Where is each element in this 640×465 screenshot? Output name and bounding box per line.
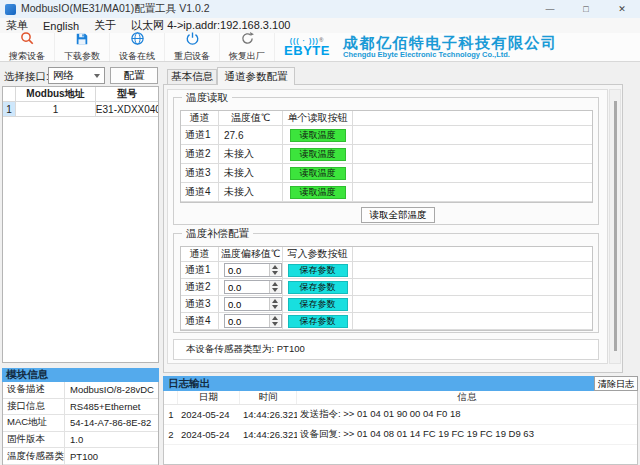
log-row-date: 2024-05-24 bbox=[178, 429, 240, 440]
row-filler bbox=[353, 262, 592, 278]
temp-read-row: 通道1 27.6 读取温度 bbox=[181, 126, 592, 145]
channel-label: 通道1 bbox=[181, 262, 219, 278]
temp-read-header-row: 通道 温度值℃ 单个读取按钮 bbox=[181, 111, 592, 126]
app-icon bbox=[5, 4, 16, 15]
search-device-button[interactable]: 搜索设备 bbox=[0, 33, 55, 61]
read-temp-button[interactable]: 读取温度 bbox=[290, 167, 346, 180]
temp-offset-input[interactable] bbox=[225, 298, 269, 310]
save-params-button[interactable]: 保存参数 bbox=[288, 264, 348, 277]
tab-basic-info[interactable]: 基本信息 bbox=[167, 69, 217, 85]
module-info-value: 1.0 bbox=[65, 432, 158, 448]
temp-offset-spinner[interactable] bbox=[224, 297, 282, 311]
title-bar: ModbusIO(ME31/MA01)配置工具 V1.0.2 — □ ✕ bbox=[0, 0, 640, 18]
interface-dropdown-value: 网络 bbox=[53, 69, 74, 83]
temp-comp-row: 通道4 保存参数 bbox=[181, 313, 592, 330]
company-name-en: Chengdu Ebyte Electronic Technology Co.,… bbox=[343, 51, 558, 60]
download-params-button[interactable]: 下载参数 bbox=[55, 33, 110, 61]
log-row-message: 发送指令: >> 01 04 01 90 00 04 F0 18 bbox=[297, 408, 637, 421]
log-output-header: 日志输出 bbox=[163, 376, 594, 391]
minimize-button[interactable]: — bbox=[532, 0, 568, 18]
header-filler bbox=[353, 247, 592, 261]
interface-dropdown[interactable]: 网络 bbox=[48, 67, 105, 84]
module-info-value: 54-14-A7-86-8E-82 bbox=[65, 415, 158, 431]
restart-device-button[interactable]: 重启设备 bbox=[165, 33, 220, 61]
toolbar-button-label: 搜索设备 bbox=[9, 50, 45, 63]
channel-label: 通道2 bbox=[181, 279, 219, 295]
search-icon bbox=[20, 31, 35, 49]
channel-label: 通道3 bbox=[181, 164, 219, 182]
row-filler bbox=[353, 296, 592, 312]
temp-comp-row: 通道1 保存参数 bbox=[181, 262, 592, 279]
company-name: 成都亿佰特电子科技有限公司 Chengdu Ebyte Electronic T… bbox=[343, 34, 558, 60]
menu-item-english[interactable]: English bbox=[43, 20, 79, 32]
close-button[interactable]: ✕ bbox=[604, 0, 640, 18]
device-list: Modbus地址 型号 1 1 ME31-XDXX0400 bbox=[2, 86, 159, 363]
toolbar-button-label: 设备在线 bbox=[119, 50, 155, 63]
log-row-message: 设备回复: >> 01 04 08 01 14 FC 19 FC 19 FC 1… bbox=[297, 428, 637, 441]
reset-icon bbox=[240, 31, 255, 49]
spin-down-icon[interactable] bbox=[272, 288, 278, 292]
save-params-button[interactable]: 保存参数 bbox=[288, 315, 348, 328]
spin-up-icon[interactable] bbox=[272, 265, 278, 269]
spin-up-icon[interactable] bbox=[272, 316, 278, 320]
maximize-button[interactable]: □ bbox=[568, 0, 604, 18]
channel-label: 通道1 bbox=[181, 126, 219, 144]
module-info-value: ModbusIO/8-28vDC bbox=[65, 382, 158, 398]
scrollbar-thumb[interactable] bbox=[614, 101, 617, 351]
row-filler bbox=[353, 279, 592, 295]
log-header-info: 信息 bbox=[297, 391, 637, 404]
read-temp-button[interactable]: 读取温度 bbox=[290, 129, 346, 142]
temp-value: 27.6 bbox=[219, 126, 283, 144]
temp-read-group-title: 温度读取 bbox=[182, 91, 232, 105]
spin-up-icon[interactable] bbox=[272, 282, 278, 286]
temp-read-row: 通道3 未接入 读取温度 bbox=[181, 164, 592, 183]
toolbar-button-label: 恢复出厂 bbox=[229, 50, 265, 63]
temp-value: 未接入 bbox=[219, 183, 283, 201]
spin-up-icon[interactable] bbox=[272, 299, 278, 303]
row-filler bbox=[353, 183, 592, 201]
header-channel: 通道 bbox=[181, 111, 219, 125]
read-temp-button[interactable]: 读取温度 bbox=[290, 186, 346, 199]
temp-offset-input[interactable] bbox=[225, 281, 269, 293]
device-table-header-model: 型号 bbox=[96, 87, 158, 101]
channel-label: 通道3 bbox=[181, 296, 219, 312]
module-info-header: 模块信息 bbox=[2, 368, 159, 382]
module-info-label: 温度传感器类型 bbox=[3, 448, 65, 464]
device-row-number[interactable]: 1 bbox=[3, 102, 16, 116]
clear-log-button[interactable]: 清除日志 bbox=[594, 376, 638, 391]
window-controls: — □ ✕ bbox=[532, 0, 640, 18]
temp-offset-input[interactable] bbox=[225, 315, 269, 327]
spin-down-icon[interactable] bbox=[272, 271, 278, 275]
read-all-temps-button[interactable]: 读取全部温度 bbox=[361, 207, 435, 223]
header-temp-value: 温度值℃ bbox=[219, 111, 283, 125]
ebyte-wordmark: EBYTE bbox=[284, 44, 330, 57]
row-filler bbox=[353, 313, 592, 329]
log-row[interactable]: 1 2024-05-24 14:44:26.321 发送指令: >> 01 04… bbox=[164, 405, 637, 425]
module-info-label: 接口信息 bbox=[3, 399, 65, 415]
row-filler bbox=[353, 145, 592, 163]
temp-offset-spinner[interactable] bbox=[224, 314, 282, 328]
log-row-time: 14:44:26.321 bbox=[240, 429, 297, 440]
toolbar: 搜索设备 下载参数 设备在线 重启设备 恢复出厂 ((( · )))® EBYT… bbox=[0, 33, 640, 62]
save-icon bbox=[75, 32, 89, 49]
configure-button[interactable]: 配置 bbox=[110, 67, 158, 84]
tab-channel-params[interactable]: 通道参数配置 bbox=[217, 67, 295, 85]
spin-down-icon[interactable] bbox=[272, 305, 278, 309]
spin-down-icon[interactable] bbox=[272, 322, 278, 326]
vertical-scrollbar[interactable] bbox=[609, 89, 621, 364]
module-info-label: 固件版本 bbox=[3, 432, 65, 448]
menu-item-about[interactable]: 关于 bbox=[94, 18, 116, 33]
save-params-button[interactable]: 保存参数 bbox=[288, 298, 348, 311]
temp-offset-spinner[interactable] bbox=[224, 263, 282, 277]
temp-offset-input[interactable] bbox=[225, 264, 269, 276]
temp-offset-spinner[interactable] bbox=[224, 280, 282, 294]
header-channel: 通道 bbox=[181, 247, 219, 261]
read-temp-button[interactable]: 读取温度 bbox=[290, 148, 346, 161]
log-row[interactable]: 2 2024-05-24 14:44:26.321 设备回复: >> 01 04… bbox=[164, 425, 637, 445]
factory-reset-button[interactable]: 恢复出厂 bbox=[220, 33, 275, 61]
device-online-button[interactable]: 设备在线 bbox=[110, 33, 165, 61]
device-table-row[interactable]: 1 1 ME31-XDXX0400 bbox=[3, 102, 158, 117]
device-row-model: ME31-XDXX0400 bbox=[96, 102, 158, 116]
save-params-button[interactable]: 保存参数 bbox=[288, 281, 348, 294]
menu-item-ethernet-ip[interactable]: 以太网 4->ip.addr:192.168.3.100 bbox=[131, 18, 290, 33]
